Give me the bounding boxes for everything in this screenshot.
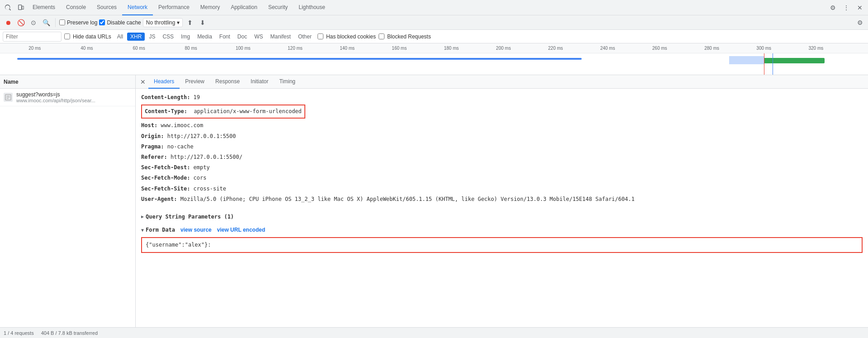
name-column-header: Name xyxy=(0,75,135,89)
filter-input[interactable] xyxy=(3,32,62,42)
tick-280: 280 ms xyxy=(704,46,719,51)
tab-sources[interactable]: Sources xyxy=(91,0,122,15)
tick-220: 220 ms xyxy=(548,46,563,51)
filter-img[interactable]: Img xyxy=(178,33,193,41)
request-count: 1 / 4 requests xyxy=(4,330,34,336)
tick-180: 180 ms xyxy=(444,46,459,51)
request-item[interactable]: suggest?words=js www.imooc.com/api/http/… xyxy=(0,89,135,106)
tab-memory[interactable]: Memory xyxy=(195,0,225,15)
download-icon[interactable]: ⬇ xyxy=(197,17,208,28)
tab-elements[interactable]: Elements xyxy=(27,0,61,15)
inspect-icon[interactable] xyxy=(2,1,14,14)
has-blocked-cookies-label: Has blocked cookies xyxy=(326,33,376,40)
view-url-encoded-link[interactable]: view URL encoded xyxy=(217,226,265,234)
filter-icon-button[interactable]: ⊙ xyxy=(28,17,39,28)
request-url: www.imooc.com/api/http/json/sear... xyxy=(16,98,95,103)
filter-manifest[interactable]: Manifest xyxy=(267,33,294,41)
header-user-agent-value: Mozilla/5.0 (iPhone; CPU iPhone OS 13_2_… xyxy=(177,195,634,204)
spacer xyxy=(141,205,863,210)
clear-button[interactable]: 🚫 xyxy=(15,17,26,28)
tick-80: 80 ms xyxy=(185,46,197,51)
view-source-link[interactable]: view source xyxy=(180,226,212,234)
tab-security[interactable]: Security xyxy=(263,0,293,15)
filter-xhr[interactable]: XHR xyxy=(127,33,145,41)
svg-rect-0 xyxy=(19,5,22,10)
request-icon xyxy=(4,93,13,102)
status-bar: 1 / 4 requests 404 B / 7.8 kB transferre… xyxy=(0,327,868,338)
filter-css[interactable]: CSS xyxy=(159,33,177,41)
header-origin-value: http://127.0.0.1:5500 xyxy=(164,132,236,141)
query-string-section-header[interactable]: ▶ Query String Parameters (1) xyxy=(141,210,863,223)
tab-lighthouse[interactable]: Lighthouse xyxy=(293,0,331,15)
timeline-area: 20 ms 40 ms 60 ms 80 ms 100 ms 120 ms 14… xyxy=(0,43,868,75)
tab-network[interactable]: Network xyxy=(122,0,153,15)
header-content-length: Content-Length: 19 xyxy=(141,92,863,103)
filter-all[interactable]: All xyxy=(114,33,126,41)
tab-performance[interactable]: Performance xyxy=(153,0,195,15)
header-pragma-value: no-cache xyxy=(164,143,194,151)
header-content-type-name: Content-Type: xyxy=(145,108,187,114)
tick-100: 100 ms xyxy=(236,46,251,51)
dock-settings-icon[interactable]: ⚙ xyxy=(854,17,865,28)
disable-cache-checkbox[interactable] xyxy=(99,19,105,25)
header-pragma: Pragma: no-cache xyxy=(141,142,863,152)
timeline-ruler: 20 ms 40 ms 60 ms 80 ms 100 ms 120 ms 14… xyxy=(0,43,868,53)
disable-cache-text: Disable cache xyxy=(107,19,141,26)
panel-tab-preview[interactable]: Preview xyxy=(180,75,210,89)
panel-close-button[interactable]: ✕ xyxy=(138,76,148,87)
record-button[interactable]: ⏺ xyxy=(3,17,14,28)
close-icon[interactable]: ✕ xyxy=(854,1,866,14)
header-sec-fetch-site-name: Sec-Fetch-Site: xyxy=(141,185,190,193)
more-icon[interactable]: ⋮ xyxy=(840,1,853,14)
tick-120: 120 ms xyxy=(288,46,303,51)
tick-20: 20 ms xyxy=(28,46,41,51)
tick-320: 320 ms xyxy=(808,46,823,51)
tick-300: 300 ms xyxy=(756,46,771,51)
panel-tab-headers[interactable]: Headers xyxy=(148,75,180,89)
hide-data-urls-label: Hide data URLs xyxy=(73,33,111,40)
throttle-label: No throttling xyxy=(146,19,175,26)
panel-tab-initiator[interactable]: Initiator xyxy=(245,75,274,89)
query-arrow: ▶ xyxy=(141,213,144,220)
filter-font[interactable]: Font xyxy=(216,33,233,41)
form-data-value: {"username":"alex"}: xyxy=(146,241,858,249)
header-sec-fetch-dest-name: Sec-Fetch-Dest: xyxy=(141,163,190,172)
filter-bar: Hide data URLs All XHR JS CSS Img Media … xyxy=(0,30,868,43)
timeline-chart xyxy=(0,53,868,75)
headers-content: Content-Length: 19 Content-Type: applica… xyxy=(136,89,868,327)
header-content-type-box: Content-Type: application/x-www-form-url… xyxy=(141,105,305,119)
form-data-section-header[interactable]: ▼ Form Data view source view URL encoded xyxy=(141,223,863,236)
has-blocked-cookies-checkbox[interactable] xyxy=(318,33,323,39)
header-referer-name: Referer: xyxy=(141,153,167,162)
blocked-requests-checkbox[interactable] xyxy=(379,33,384,39)
devtools-tab-bar: Elements Console Sources Network Perform… xyxy=(0,0,868,15)
right-panel: ✕ Headers Preview Response Initiator Tim… xyxy=(136,75,868,327)
panel-tab-timing[interactable]: Timing xyxy=(274,75,301,89)
transfer-size: 404 B / 7.8 kB transferred xyxy=(41,330,98,336)
preserve-log-checkbox[interactable] xyxy=(59,19,65,25)
tick-160: 160 ms xyxy=(392,46,407,51)
header-content-type: Content-Type: application/x-www-form-url… xyxy=(141,103,863,120)
hide-data-urls-checkbox[interactable] xyxy=(64,33,70,39)
search-button[interactable]: 🔍 xyxy=(41,17,52,28)
tab-console[interactable]: Console xyxy=(61,0,91,15)
throttle-select[interactable]: No throttling ▾ xyxy=(143,18,183,27)
header-sec-fetch-mode-name: Sec-Fetch-Mode: xyxy=(141,174,190,182)
filter-js[interactable]: JS xyxy=(146,33,158,41)
device-icon[interactable] xyxy=(14,1,27,14)
separator-1 xyxy=(55,18,56,27)
tab-application[interactable]: Application xyxy=(225,0,263,15)
timeline-marker-red xyxy=(764,53,764,75)
svg-rect-1 xyxy=(22,6,24,9)
disable-cache-label[interactable]: Disable cache xyxy=(99,19,141,26)
tick-40: 40 ms xyxy=(81,46,93,51)
preserve-log-label[interactable]: Preserve log xyxy=(59,19,97,26)
filter-other[interactable]: Other xyxy=(295,33,315,41)
filter-ws[interactable]: WS xyxy=(251,33,266,41)
settings-icon[interactable]: ⚙ xyxy=(826,1,839,14)
filter-media[interactable]: Media xyxy=(194,33,215,41)
upload-icon[interactable]: ⬆ xyxy=(185,17,195,28)
main-area: Name suggest?words=js www.imooc.com/api/… xyxy=(0,75,868,327)
filter-doc[interactable]: Doc xyxy=(234,33,250,41)
panel-tab-response[interactable]: Response xyxy=(210,75,245,89)
